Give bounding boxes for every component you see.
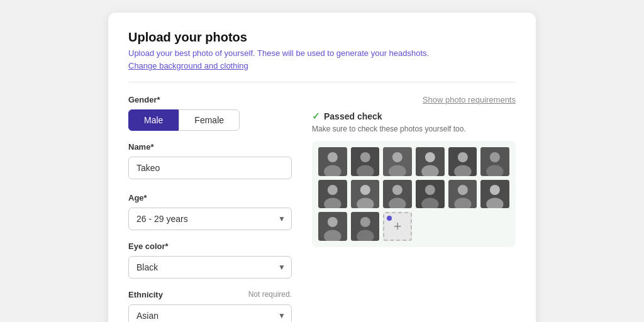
page-title: Upload your photos — [128, 30, 516, 45]
photo-thumb[interactable] — [318, 180, 347, 209]
ethnicity-select[interactable]: Asian — [128, 304, 292, 322]
eye-color-select-wrapper: Black ▼ — [128, 256, 292, 279]
photo-thumb[interactable] — [480, 147, 509, 176]
svg-point-19 — [328, 185, 338, 195]
svg-point-7 — [392, 152, 402, 162]
gender-group: Male Female — [128, 109, 292, 131]
ethnicity-select-wrapper: Asian ▼ — [128, 304, 292, 322]
photo-thumb[interactable] — [416, 180, 445, 209]
gender-label: Gender* — [128, 95, 292, 104]
ethnicity-optional: Not required. — [248, 290, 292, 299]
photo-thumb[interactable] — [351, 147, 380, 176]
photo-thumb[interactable] — [416, 147, 445, 176]
ethnicity-field: Ethnicity Not required. Asian ▼ — [128, 290, 292, 322]
age-select-wrapper: 26 - 29 years ▼ — [128, 208, 292, 230]
svg-point-25 — [392, 185, 402, 195]
svg-point-34 — [490, 185, 500, 195]
content-row: Gender* Male Female Name* Age* 26 - 29 y… — [128, 95, 516, 322]
age-field: Age* 26 - 29 years ▼ — [128, 193, 292, 230]
age-select[interactable]: 26 - 29 years — [128, 208, 292, 230]
svg-point-13 — [457, 152, 467, 162]
name-label: Name* — [128, 142, 292, 152]
photo-thumb[interactable] — [383, 147, 412, 176]
change-background-link[interactable]: Change background and clothing — [128, 61, 248, 70]
ethnicity-label-text: Ethnicity — [128, 290, 163, 299]
svg-point-1 — [328, 152, 338, 162]
photo-thumb[interactable] — [318, 212, 347, 241]
name-input[interactable] — [128, 157, 292, 179]
photo-thumb[interactable] — [318, 147, 347, 176]
photo-add-button[interactable]: + — [383, 212, 412, 241]
photo-thumb[interactable] — [448, 147, 477, 176]
passed-label: Passed check — [324, 111, 382, 121]
gender-field: Gender* Male Female — [128, 95, 292, 131]
form-column: Gender* Male Female Name* Age* 26 - 29 y… — [128, 95, 292, 322]
photo-grid: + — [312, 141, 516, 247]
passed-check-row: ✓ Passed check — [312, 111, 516, 122]
svg-point-40 — [360, 217, 370, 227]
page-subtitle: Upload your best photo of yourself. Thes… — [128, 48, 516, 58]
name-field: Name* — [128, 142, 292, 191]
ethnicity-label: Ethnicity Not required. — [128, 290, 292, 299]
main-card: Upload your photos Upload your best phot… — [108, 13, 536, 322]
photo-thumb[interactable] — [448, 180, 477, 209]
svg-point-22 — [360, 185, 370, 195]
eye-color-select[interactable]: Black — [128, 256, 292, 279]
passed-sublabel: Make sure to check these photos yourself… — [312, 125, 516, 133]
photo-thumb[interactable] — [351, 180, 380, 209]
svg-point-37 — [328, 217, 338, 227]
add-dot-indicator — [387, 216, 392, 221]
svg-point-10 — [425, 152, 435, 162]
svg-point-16 — [490, 152, 500, 162]
svg-point-28 — [425, 185, 435, 195]
photo-thumb[interactable] — [480, 180, 509, 209]
add-icon: + — [394, 218, 402, 235]
gender-female-button[interactable]: Female — [179, 109, 240, 131]
photos-column: Show photo requirements ✓ Passed check M… — [312, 95, 516, 322]
gender-male-button[interactable]: Male — [128, 109, 179, 131]
eye-color-label: Eye color* — [128, 242, 292, 251]
photo-thumb[interactable] — [351, 212, 380, 241]
eye-color-field: Eye color* Black ▼ — [128, 242, 292, 279]
subtitle-colored: These will be used to generate your head… — [255, 48, 430, 58]
subtitle-static: Upload your best photo of yourself. — [128, 48, 255, 58]
age-label: Age* — [128, 193, 292, 203]
section-divider — [128, 82, 516, 82]
svg-point-31 — [457, 185, 467, 195]
photo-requirements-link[interactable]: Show photo requirements — [312, 95, 516, 104]
check-icon: ✓ — [312, 111, 320, 122]
svg-point-4 — [360, 152, 370, 162]
photo-thumb[interactable] — [383, 180, 412, 209]
